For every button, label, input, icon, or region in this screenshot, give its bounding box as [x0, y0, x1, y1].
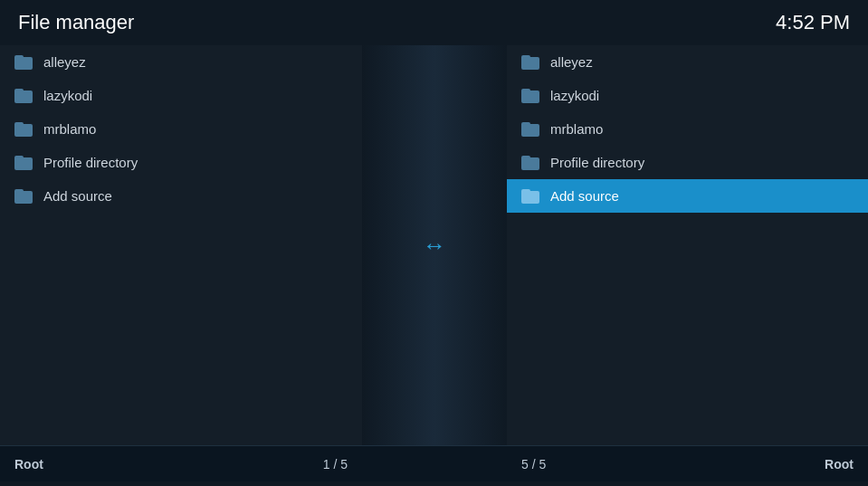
right-item-alleyez[interactable]: alleyez [507, 45, 868, 79]
right-item-profile-directory[interactable]: Profile directory [507, 146, 868, 179]
left-item-lazykodi[interactable]: lazykodi [0, 79, 362, 112]
right-panel: alleyez lazykodi mrblamo Profile directo… [507, 45, 868, 445]
folder-icon [14, 55, 33, 70]
folder-icon [521, 189, 539, 204]
right-item-add-source[interactable]: Add source [507, 179, 868, 213]
left-item-add-source[interactable]: Add source [0, 179, 362, 213]
folder-icon [521, 122, 539, 137]
left-item-mrblamo-label: mrblamo [43, 121, 96, 137]
swap-arrows-icon: ↔ [423, 232, 446, 260]
folder-icon [521, 89, 539, 103]
folder-icon [521, 156, 539, 170]
footer-right: 5 / 5 Root [507, 457, 868, 472]
left-footer-root-label: Root [14, 457, 43, 472]
header: File manager 4:52 PM [0, 0, 868, 45]
clock: 4:52 PM [776, 11, 850, 34]
app-title: File manager [18, 11, 134, 34]
right-footer-root-label: Root [825, 457, 854, 472]
left-item-add-source-label: Add source [43, 188, 112, 204]
right-item-add-source-label: Add source [550, 188, 619, 204]
right-item-alleyez-label: alleyez [550, 54, 593, 70]
left-panel: alleyez lazykodi mrblamo Profile directo… [0, 45, 362, 445]
folder-icon [14, 89, 33, 103]
right-item-mrblamo[interactable]: mrblamo [507, 112, 868, 146]
panel-divider: ↔ [362, 45, 507, 445]
footer: Root 1 / 5 5 / 5 Root [0, 445, 868, 481]
right-item-lazykodi[interactable]: lazykodi [507, 79, 868, 112]
right-footer-count: 5 / 5 [521, 457, 546, 472]
main-content: alleyez lazykodi mrblamo Profile directo… [0, 45, 868, 445]
folder-icon [14, 189, 33, 204]
left-item-mrblamo[interactable]: mrblamo [0, 112, 362, 146]
left-item-profile-directory-label: Profile directory [43, 155, 138, 170]
folder-icon [14, 122, 33, 137]
left-footer-count: 1 / 5 [323, 457, 348, 472]
footer-left: Root 1 / 5 [0, 457, 362, 472]
left-item-lazykodi-label: lazykodi [43, 88, 92, 103]
right-item-lazykodi-label: lazykodi [550, 88, 599, 103]
left-file-list: alleyez lazykodi mrblamo Profile directo… [0, 45, 362, 213]
left-item-alleyez[interactable]: alleyez [0, 45, 362, 79]
right-item-profile-directory-label: Profile directory [550, 155, 644, 170]
left-item-alleyez-label: alleyez [43, 54, 86, 70]
right-item-mrblamo-label: mrblamo [550, 121, 603, 137]
left-item-profile-directory[interactable]: Profile directory [0, 146, 362, 179]
folder-icon [14, 156, 33, 170]
right-file-list: alleyez lazykodi mrblamo Profile directo… [507, 45, 868, 213]
folder-icon [521, 55, 539, 70]
